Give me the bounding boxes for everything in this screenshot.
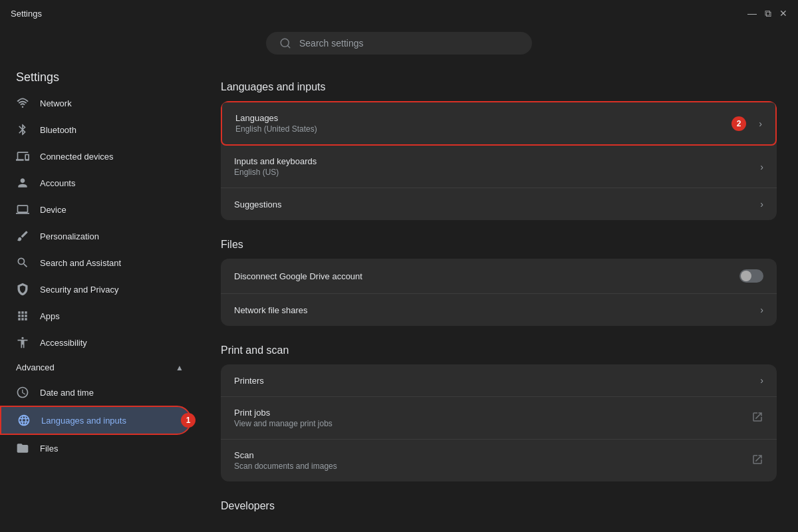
sidebar-item-accessibility[interactable]: Accessibility [0,329,192,356]
search-input[interactable] [299,38,519,49]
advanced-label: Advanced [16,362,55,372]
search-nav-icon [16,256,29,269]
printers-item[interactable]: Printers › [221,364,777,397]
files-section-title: Files [221,239,777,251]
clock-icon [16,386,29,399]
main-content: Languages and inputs Languages English (… [200,60,798,532]
sidebar-item-date-time-label: Date and time [40,388,94,398]
inputs-keyboards-right: › [760,162,763,172]
languages-inputs-section-title: Languages and inputs [221,81,777,93]
languages-item-right: 2 › [759,118,762,129]
app-container: Settings Network Bluetooth Connected dev… [0,60,798,532]
scan-item[interactable]: Scan Scan documents and images [221,440,777,481]
sidebar-item-apps[interactable]: Apps [0,303,192,329]
network-file-shares-item[interactable]: Network file shares › [221,294,777,326]
disconnect-google-drive-title: Disconnect Google Drive account [234,271,362,281]
inputs-keyboards-item-left: Inputs and keyboards English (US) [234,156,317,177]
sidebar-item-search-assistant[interactable]: Search and Assistant [0,249,192,276]
inputs-keyboards-chevron-icon: › [760,162,763,172]
svg-line-1 [287,45,289,47]
sidebar-item-connected-devices[interactable]: Connected devices [0,143,192,170]
wifi-icon [16,96,29,110]
sidebar-item-accessibility-label: Accessibility [40,338,87,348]
advanced-chevron-icon: ▲ [176,363,184,372]
sidebar-item-network-label: Network [40,98,72,108]
search-icon [279,37,291,49]
person-icon [16,176,29,190]
sidebar-item-apps-label: Apps [40,311,60,321]
sidebar-item-security-privacy[interactable]: Security and Privacy [0,276,192,303]
languages-item[interactable]: Languages English (United States) 2 › [221,101,777,146]
languages-chevron-right-icon: › [759,118,762,129]
sidebar-item-security-privacy-label: Security and Privacy [40,285,119,295]
app-title: Settings [11,9,42,19]
sidebar-item-files[interactable]: Files [0,435,192,462]
sidebar-item-bluetooth[interactable]: Bluetooth [0,116,192,143]
sidebar: Settings Network Bluetooth Connected dev… [0,60,200,532]
suggestions-item-left: Suggestions [234,200,282,209]
sidebar-item-files-label: Files [40,444,58,454]
languages-item-left: Languages English (United States) [235,113,317,134]
scan-right [751,454,763,468]
print-jobs-item[interactable]: Print jobs View and manage print jobs [221,397,777,440]
network-file-shares-title: Network file shares [234,305,308,315]
sidebar-item-connected-devices-label: Connected devices [40,152,114,162]
scan-title: Scan [234,450,337,460]
print-jobs-subtitle: View and manage print jobs [234,419,332,428]
disconnect-google-drive-item[interactable]: Disconnect Google Drive account [221,259,777,294]
window-controls: — ⧉ ✕ [747,8,787,19]
suggestions-right: › [760,199,763,209]
sidebar-item-date-time[interactable]: Date and time [0,379,192,406]
inputs-keyboards-subtitle: English (US) [234,168,317,177]
inputs-keyboards-title: Inputs and keyboards [234,156,317,166]
suggestions-chevron-icon: › [760,199,763,209]
printers-title: Printers [234,376,264,386]
print-scan-list: Printers › Print jobs View and manage pr… [221,364,777,481]
maximize-button[interactable]: ⧉ [765,8,771,19]
scan-external-icon [751,454,763,468]
bluetooth-icon [16,123,29,136]
print-scan-section-title: Print and scan [221,344,777,356]
sidebar-item-search-assistant-label: Search and Assistant [40,258,121,268]
printers-right: › [760,375,763,386]
shield-icon [16,283,29,296]
search-box[interactable] [266,32,532,55]
printers-item-left: Printers [234,376,264,386]
suggestions-title: Suggestions [234,200,282,209]
accessibility-icon [16,336,29,349]
sidebar-item-device[interactable]: Device [0,196,192,223]
sidebar-item-accounts-label: Accounts [40,178,75,188]
devices-icon [16,150,29,163]
sidebar-title: Settings [0,60,200,90]
laptop-icon [16,203,29,216]
languages-item-badge: 2 [732,116,746,131]
scan-subtitle: Scan documents and images [234,462,337,471]
sidebar-item-languages-inputs[interactable]: Languages and inputs 1 [0,406,192,435]
disconnect-google-drive-right [739,269,763,283]
languages-item-subtitle: English (United States) [235,124,317,134]
suggestions-item[interactable]: Suggestions › [221,188,777,220]
printers-chevron-icon: › [760,375,763,386]
sidebar-item-accounts[interactable]: Accounts [0,170,192,196]
sidebar-item-personalization[interactable]: Personalization [0,223,192,249]
header-search-area [0,27,798,60]
languages-inputs-list: Languages English (United States) 2 › In… [221,101,777,220]
network-file-shares-chevron-icon: › [760,305,763,315]
brush-icon [16,229,29,243]
minimize-button[interactable]: — [747,8,757,19]
files-list: Disconnect Google Drive account Network … [221,259,777,326]
sidebar-item-personalization-label: Personalization [40,231,99,241]
title-bar: Settings — ⧉ ✕ [0,0,798,27]
inputs-keyboards-item[interactable]: Inputs and keyboards English (US) › [221,146,777,188]
sidebar-languages-badge: 1 [181,413,196,428]
disconnect-google-drive-toggle[interactable] [739,269,763,283]
folder-icon [16,442,29,455]
network-file-shares-right: › [760,305,763,315]
advanced-section-header[interactable]: Advanced ▲ [0,356,200,379]
network-file-shares-left: Network file shares [234,305,308,315]
close-button[interactable]: ✕ [779,8,787,19]
print-jobs-left: Print jobs View and manage print jobs [234,408,332,428]
sidebar-item-device-label: Device [40,205,66,215]
sidebar-item-languages-inputs-label: Languages and inputs [41,416,126,426]
sidebar-item-network[interactable]: Network [0,90,192,116]
